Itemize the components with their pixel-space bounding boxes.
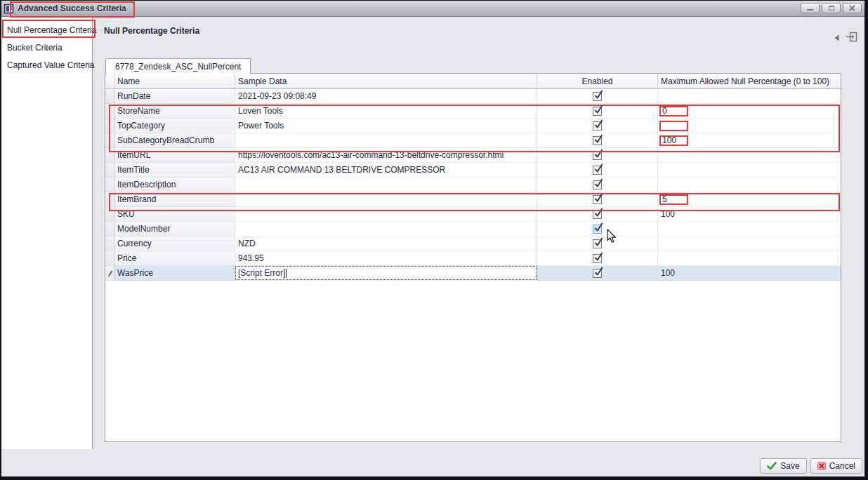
max-null-percentage-cell[interactable]: 100 (658, 266, 841, 281)
annotation-box-max-value: 0 (659, 106, 688, 116)
enabled-checkbox[interactable] (593, 121, 602, 131)
cancel-x-icon (817, 462, 826, 470)
window: Advanced Success Criteria Null Percentag… (0, 0, 868, 480)
dock-panel-icon[interactable] (846, 32, 857, 42)
enabled-checkbox[interactable] (593, 225, 602, 234)
maximize-button[interactable] (822, 3, 841, 13)
sidebar-item-captured-value-criteria[interactable]: Captured Value Criteria (1, 56, 92, 74)
max-null-percentage-cell[interactable]: 100 (658, 207, 841, 222)
max-null-percentage-cell[interactable] (658, 119, 841, 133)
enabled-checkbox[interactable] (593, 239, 602, 248)
grid-row-rundate: RunDate2021-09-23 09:08:49 (105, 89, 841, 104)
max-null-percentage-cell[interactable] (658, 89, 841, 104)
name-cell: RunDate (114, 89, 235, 104)
enabled-checkbox[interactable] (593, 180, 602, 189)
column-header-sample-data[interactable]: Sample Data (235, 74, 537, 89)
enabled-cell (537, 178, 658, 192)
collapse-chevron-left-icon[interactable] (834, 34, 839, 41)
max-null-percentage-cell[interactable] (658, 236, 841, 251)
column-header-row-selector (105, 74, 114, 89)
sample-data-cell[interactable]: Loven Tools (235, 104, 537, 119)
sample-data-cell[interactable]: AC13 AIR COMMAND 13 BELTDRIVE COMPRESSOR (235, 163, 537, 178)
row-selector-cell (105, 89, 114, 104)
sample-data-cell[interactable]: Power Tools (235, 119, 537, 133)
enabled-checkbox[interactable] (593, 151, 602, 160)
criteria-grid: Name Sample Data Enabled Maximum Allowed… (105, 73, 841, 442)
save-check-icon (767, 462, 777, 470)
name-cell: ItemDescription (114, 178, 235, 192)
sidebar: Null Percentage CriteriaBucket CriteriaC… (1, 17, 93, 449)
max-null-percentage-cell[interactable] (658, 148, 841, 163)
max-null-percentage-cell[interactable] (658, 178, 841, 192)
grid-row-modelnumber: ModelNumber (105, 222, 841, 236)
sample-data-cell[interactable]: 943.95 (235, 251, 537, 266)
enabled-cell (537, 251, 658, 266)
enabled-checkbox[interactable] (593, 107, 602, 116)
grid-row-subcategorybreadcrumb: SubCategoryBreadCrumb100 (105, 133, 841, 148)
enabled-checkbox[interactable] (593, 136, 602, 145)
sample-data-cell[interactable] (235, 207, 537, 222)
enabled-checkbox[interactable] (593, 195, 602, 204)
max-null-percentage-cell[interactable] (658, 251, 841, 266)
name-cell: WasPrice (114, 266, 235, 281)
enabled-cell (537, 104, 658, 119)
enabled-cell (537, 133, 658, 148)
row-edit-pencil-icon (105, 266, 114, 281)
row-selector-cell (105, 207, 114, 222)
annotation-box-max-value: 5 (659, 194, 688, 205)
max-null-percentage-cell[interactable] (658, 163, 841, 178)
window-content: Advanced Success Criteria Null Percentag… (1, 1, 864, 476)
close-button[interactable] (843, 3, 862, 13)
row-selector-cell (105, 236, 114, 251)
grid-row-itemurl: ItemURLhttps://loventools.com/ac13-air-c… (105, 148, 841, 163)
grid-row-storename: StoreNameLoven Tools0 (105, 104, 841, 119)
inline-edit-text: [Script Error] (238, 268, 285, 278)
inline-edit-field[interactable]: [Script Error] (235, 266, 537, 280)
grid-row-currency: CurrencyNZD (105, 236, 841, 251)
sidebar-item-null-percentage-criteria[interactable]: Null Percentage Criteria (1, 21, 92, 39)
annotation-box-max-value: 100 (659, 135, 688, 146)
tab-null-percent[interactable]: 6778_Zendesk_ASC_NullPercent (105, 58, 251, 74)
name-cell: TopCategory (114, 119, 235, 133)
name-cell: Currency (114, 236, 235, 251)
name-cell: SubCategoryBreadCrumb (114, 133, 235, 148)
cancel-button-label: Cancel (829, 461, 855, 471)
row-selector-cell (105, 251, 114, 266)
enabled-checkbox[interactable] (593, 254, 602, 263)
sample-data-cell[interactable] (235, 133, 537, 148)
sample-data-cell[interactable]: NZD (235, 236, 537, 251)
row-selector-cell (105, 119, 114, 133)
cancel-button[interactable]: Cancel (810, 458, 862, 474)
enabled-checkbox[interactable] (593, 92, 602, 101)
sample-data-cell[interactable]: [Script Error] (235, 266, 537, 281)
sample-data-cell[interactable]: 2021-09-23 09:08:49 (235, 89, 537, 104)
column-header-name[interactable]: Name (114, 74, 235, 89)
name-cell: ModelNumber (114, 222, 235, 236)
enabled-checkbox[interactable] (593, 269, 602, 278)
enabled-cell (537, 89, 658, 104)
maximize-icon (829, 6, 834, 11)
row-selector-cell (105, 133, 114, 148)
sample-data-cell[interactable] (235, 222, 537, 236)
enabled-checkbox[interactable] (593, 210, 602, 219)
sidebar-item-bucket-criteria[interactable]: Bucket Criteria (1, 39, 92, 56)
enabled-cell (537, 119, 658, 133)
max-null-percentage-cell[interactable]: 5 (658, 192, 841, 207)
sample-data-cell[interactable]: https://loventools.com/ac13-air-command-… (235, 148, 537, 163)
enabled-cell (537, 192, 658, 207)
grid-row-itemdescription: ItemDescription (105, 178, 841, 192)
max-null-percentage-cell[interactable]: 100 (658, 133, 841, 148)
grid-row-itembrand: ItemBrand5 (105, 192, 841, 207)
enabled-checkbox[interactable] (593, 166, 602, 175)
titlebar[interactable]: Advanced Success Criteria (1, 1, 864, 17)
column-header-enabled[interactable]: Enabled (537, 74, 658, 89)
sample-data-cell[interactable] (235, 192, 537, 207)
column-header-max-null-percentage[interactable]: Maximum Allowed Null Percentage (0 to 10… (658, 74, 841, 89)
sample-data-cell[interactable] (235, 178, 537, 192)
max-null-percentage-cell[interactable]: 0 (658, 104, 841, 119)
row-selector-cell (105, 192, 114, 207)
row-selector-cell (105, 178, 114, 192)
minimize-button[interactable] (801, 3, 820, 13)
save-button[interactable]: Save (760, 458, 806, 474)
max-null-percentage-cell[interactable] (658, 222, 841, 236)
